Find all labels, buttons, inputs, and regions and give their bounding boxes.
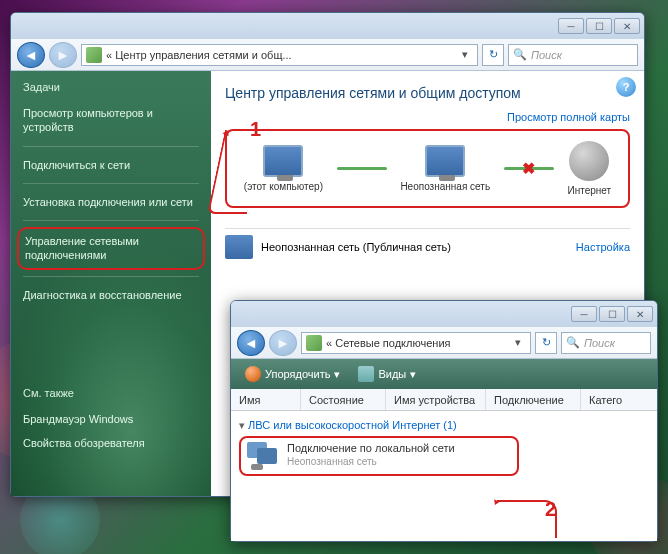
toolbar: Упорядочить ▾ Виды ▾: [231, 359, 657, 389]
page-title: Центр управления сетями и общим доступом: [225, 85, 630, 101]
address-bar[interactable]: « Центр управления сетями и общ... ▾: [81, 44, 478, 66]
close-button[interactable]: ✕: [614, 18, 640, 34]
sidebar-item-manage-connections[interactable]: Управление сетевыми подключениями: [17, 227, 205, 270]
lan-connection-icon: [247, 442, 279, 470]
minimize-button-2[interactable]: ─: [571, 306, 597, 322]
full-map-link[interactable]: Просмотр полной карты: [225, 111, 630, 123]
sidebar-item-setup[interactable]: Установка подключения или сети: [23, 190, 199, 214]
sidebar-item-diagnose[interactable]: Диагностика и восстановление: [23, 283, 199, 307]
annotation-1: 1: [250, 118, 261, 141]
address-icon-2: [306, 335, 322, 351]
help-icon[interactable]: ?: [616, 77, 636, 97]
annotation-2: 2: [545, 498, 556, 521]
search-placeholder: Поиск: [531, 49, 562, 61]
search-placeholder-2: Поиск: [584, 337, 615, 349]
category-header[interactable]: ЛВС или высокоскоростной Интернет (1): [239, 419, 649, 432]
network-status-text: Неопознанная сеть (Публичная сеть): [261, 241, 451, 253]
maximize-button[interactable]: ☐: [586, 18, 612, 34]
sidebar-item-firewall[interactable]: Брандмауэр Windows: [23, 407, 199, 431]
network-connections-window: ─ ☐ ✕ ◄ ► « Сетевые подключения ▾ ↻ 🔍 По…: [230, 300, 658, 542]
nav-forward-button-2[interactable]: ►: [269, 330, 297, 356]
sidebar: Задачи Просмотр компьютеров и устройств …: [11, 71, 211, 496]
settings-link[interactable]: Настройка: [576, 241, 630, 253]
minimize-button[interactable]: ─: [558, 18, 584, 34]
col-category[interactable]: Катего: [581, 389, 657, 410]
views-icon: [358, 366, 374, 382]
link-ok-icon: [337, 167, 387, 170]
address-text-2: Сетевые подключения: [335, 337, 450, 349]
refresh-button-2[interactable]: ↻: [535, 332, 557, 354]
navbar-2: ◄ ► « Сетевые подключения ▾ ↻ 🔍 Поиск: [231, 327, 657, 359]
tasks-heading: Задачи: [23, 81, 199, 93]
organize-label: Упорядочить: [265, 368, 330, 380]
search-icon: 🔍: [513, 48, 527, 61]
address-icon: [86, 47, 102, 63]
nav-back-button-2[interactable]: ◄: [237, 330, 265, 356]
sidebar-item-view-computers[interactable]: Просмотр компьютеров и устройств: [23, 101, 199, 140]
computer-icon: [263, 145, 303, 177]
list-area: ЛВС или высокоскоростной Интернет (1) По…: [231, 411, 657, 541]
titlebar-2: ─ ☐ ✕: [231, 301, 657, 327]
col-state[interactable]: Состояние: [301, 389, 386, 410]
address-prefix: «: [106, 49, 112, 61]
search-box[interactable]: 🔍 Поиск: [508, 44, 638, 66]
node-unknown-network: Неопознанная сеть: [400, 145, 490, 192]
globe-icon: [569, 141, 609, 181]
col-connection[interactable]: Подключение: [486, 389, 581, 410]
nav-back-button[interactable]: ◄: [17, 42, 45, 68]
search-box-2[interactable]: 🔍 Поиск: [561, 332, 651, 354]
sidebar-item-internet-options[interactable]: Свойства обозревателя: [23, 431, 199, 455]
address-prefix-2: «: [326, 337, 332, 349]
node-unknown-label: Неопознанная сеть: [400, 181, 490, 192]
network-small-icon: [225, 235, 253, 259]
node-internet-label: Интернет: [568, 185, 612, 196]
address-dropdown[interactable]: ▾: [457, 48, 473, 61]
organize-icon: [245, 366, 261, 382]
refresh-button[interactable]: ↻: [482, 44, 504, 66]
views-label: Виды: [378, 368, 406, 380]
address-dropdown-2[interactable]: ▾: [510, 336, 526, 349]
address-text: Центр управления сетями и общ...: [115, 49, 291, 61]
column-headers: Имя Состояние Имя устройства Подключение…: [231, 389, 657, 411]
views-button[interactable]: Виды ▾: [352, 363, 422, 385]
close-button-2[interactable]: ✕: [627, 306, 653, 322]
see-also-heading: См. также: [23, 387, 199, 399]
nav-forward-button[interactable]: ►: [49, 42, 77, 68]
connection-item[interactable]: Подключение по локальной сети Неопознанн…: [239, 436, 519, 476]
search-icon-2: 🔍: [566, 336, 580, 349]
address-bar-2[interactable]: « Сетевые подключения ▾: [301, 332, 531, 354]
navbar: ◄ ► « Центр управления сетями и общ... ▾…: [11, 39, 644, 71]
link-broken-icon: [504, 167, 554, 170]
connection-status: Неопознанная сеть: [287, 456, 455, 467]
network-icon: [425, 145, 465, 177]
organize-button[interactable]: Упорядочить ▾: [239, 363, 346, 385]
connection-name: Подключение по локальной сети: [287, 442, 455, 454]
maximize-button-2[interactable]: ☐: [599, 306, 625, 322]
network-status-row: Неопознанная сеть (Публичная сеть) Настр…: [225, 228, 630, 265]
sidebar-item-connect[interactable]: Подключиться к сети: [23, 153, 199, 177]
network-diagram: (этот компьютер) Неопознанная сеть Интер…: [225, 129, 630, 208]
col-name[interactable]: Имя: [231, 389, 301, 410]
node-this-label: (этот компьютер): [244, 181, 323, 192]
node-internet: Интернет: [568, 141, 612, 196]
titlebar: ─ ☐ ✕: [11, 13, 644, 39]
col-device[interactable]: Имя устройства: [386, 389, 486, 410]
